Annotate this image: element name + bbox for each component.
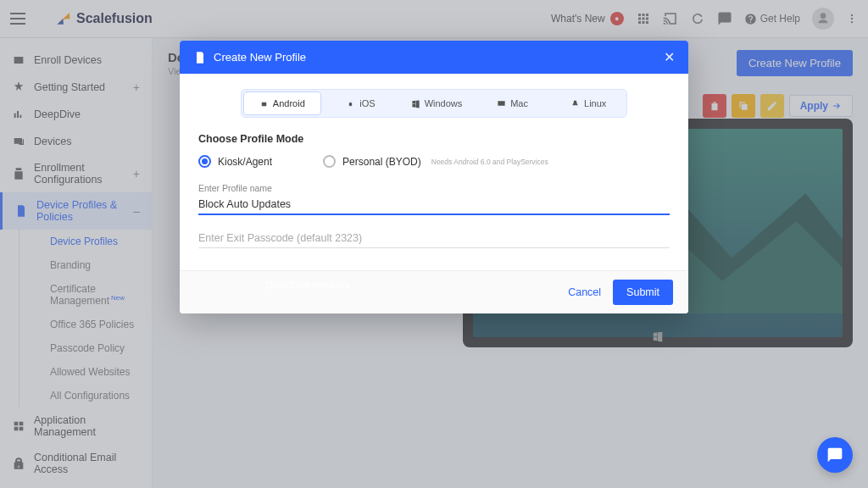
tab-android[interactable]: Android <box>243 92 321 115</box>
radio-personal-byod[interactable]: Personal (BYOD) Needs Android 6.0 and Pl… <box>323 155 548 168</box>
modal-overlay: Create New Profile ✕ Android iOS Windows… <box>0 0 868 488</box>
modal-title: Create New Profile <box>214 51 306 64</box>
tab-mac[interactable]: Mac <box>475 90 551 117</box>
chat-bubble-icon <box>826 446 843 463</box>
byod-hint: Needs Android 6.0 and PlayServices <box>431 158 548 166</box>
close-icon[interactable]: ✕ <box>664 49 675 65</box>
mac-icon <box>497 99 506 108</box>
linux-icon <box>570 99 580 108</box>
tab-windows[interactable]: Windows <box>398 90 475 117</box>
chat-widget[interactable] <box>817 437 853 473</box>
profile-name-label: Enter Profile name <box>198 183 670 193</box>
android-icon <box>259 99 269 108</box>
os-tabs: Android iOS Windows Mac Linux <box>241 89 627 118</box>
radio-checked-icon <box>198 155 211 168</box>
profile-icon <box>193 51 207 64</box>
apple-icon <box>346 99 355 108</box>
choose-mode-label: Choose Profile Mode <box>198 133 670 145</box>
windows-icon <box>411 99 420 108</box>
tab-ios[interactable]: iOS <box>323 90 399 117</box>
radio-unchecked-icon <box>323 155 336 168</box>
profile-name-input[interactable] <box>198 195 670 215</box>
tab-linux[interactable]: Linux <box>550 90 626 117</box>
radio-kiosk-agent[interactable]: Kiosk/Agent <box>198 155 272 168</box>
submit-button[interactable]: Submit <box>613 280 673 305</box>
cancel-button[interactable]: Cancel <box>568 286 601 298</box>
modal-header: Create New Profile ✕ <box>180 41 688 74</box>
exit-passcode-input[interactable] <box>198 229 670 248</box>
